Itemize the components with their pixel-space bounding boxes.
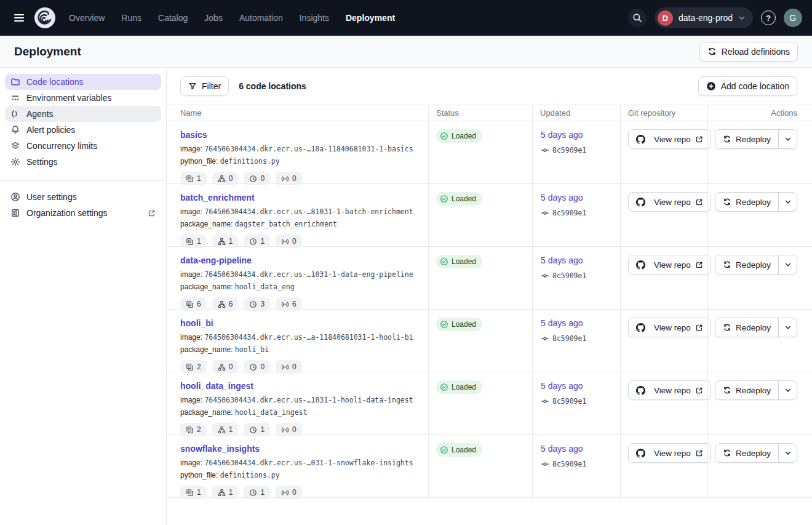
redeploy-dropdown-button[interactable]	[778, 193, 797, 211]
jobs-badge: 2	[180, 423, 207, 436]
check-circle-icon	[440, 320, 448, 329]
view-repo-button[interactable]: View repo	[628, 129, 711, 149]
view-repo-button[interactable]: View repo	[628, 318, 711, 337]
asset-graph-icon	[218, 300, 226, 308]
nav-deployment[interactable]: Deployment	[346, 13, 395, 23]
updated-link[interactable]: 5 days ago	[541, 130, 583, 140]
view-repo-button[interactable]: View repo	[628, 443, 711, 463]
redeploy-dropdown-button[interactable]	[778, 381, 797, 399]
code-location-link[interactable]: basics	[180, 130, 207, 140]
code-location-link[interactable]: hooli_data_ingest	[180, 381, 253, 391]
redeploy-button[interactable]: Redeploy	[715, 193, 778, 211]
asset-graph-badge: 1	[212, 486, 239, 499]
sidebar-item-alert-policies[interactable]: Alert policies	[5, 122, 161, 138]
menu-icon[interactable]	[9, 7, 30, 28]
filter-button[interactable]: Filter	[180, 76, 229, 96]
redeploy-button[interactable]: Redeploy	[715, 255, 778, 274]
redeploy-split-button: Redeploy	[715, 318, 797, 337]
view-repo-label: View repo	[654, 449, 691, 458]
code-location-link[interactable]: snowflake_insights	[180, 444, 260, 454]
schedules-badge: 0	[244, 172, 270, 185]
commit-icon	[541, 460, 549, 468]
reload-definitions-button[interactable]: Reload definitions	[699, 42, 798, 62]
updated-cell: 5 days ago 8c5909e1	[532, 184, 620, 248]
updated-link[interactable]: 5 days ago	[541, 381, 583, 391]
redeploy-dropdown-button[interactable]	[778, 255, 797, 274]
updated-link[interactable]: 5 days ago	[541, 444, 583, 454]
code-location-link[interactable]: data-eng-pipeline	[180, 255, 252, 265]
updated-link[interactable]: 5 days ago	[541, 255, 583, 265]
actions-cell: Redeploy	[707, 435, 811, 499]
code-location-link[interactable]: batch_enrichment	[180, 193, 255, 202]
sidebar-item-settings[interactable]: Settings	[5, 154, 161, 170]
redeploy-label: Redeploy	[736, 323, 771, 332]
chevron-down-icon	[784, 324, 792, 331]
jobs-icon	[186, 175, 194, 183]
updated-link[interactable]: 5 days ago	[541, 193, 583, 202]
add-code-location-button[interactable]: Add code location	[698, 76, 797, 96]
sidebar-item-organization-settings[interactable]: Organization settings	[5, 205, 161, 221]
sensor-icon	[281, 300, 289, 308]
gear-icon	[10, 157, 20, 167]
sidebar-item-user-settings[interactable]: User settings	[5, 189, 161, 205]
redeploy-split-button: Redeploy	[715, 129, 797, 149]
redeploy-button[interactable]: Redeploy	[715, 130, 778, 148]
status-badge: Loaded	[436, 380, 482, 394]
redeploy-button[interactable]: Redeploy	[715, 318, 778, 337]
actions-cell: Redeploy	[707, 247, 811, 311]
column-header-updated: Updated	[532, 105, 620, 121]
refresh-icon	[723, 386, 731, 395]
avatar[interactable]: G	[784, 9, 802, 27]
repo-cell: View repo	[620, 121, 707, 185]
check-circle-icon	[440, 257, 448, 266]
sidebar-item-agents[interactable]: Agents	[5, 106, 161, 122]
external-link-icon	[695, 387, 703, 395]
sidebar-item-code-locations[interactable]: Code locations	[5, 74, 161, 90]
image-line: image: 764506304434.dkr.ecr.us-…10a-1184…	[180, 143, 418, 154]
repo-cell: View repo	[620, 310, 707, 374]
chevron-down-icon	[784, 449, 792, 457]
asset-graph-icon	[218, 426, 226, 434]
sidebar-item-concurrency-limits[interactable]: Concurrency limits	[5, 138, 161, 154]
help-icon[interactable]: ?	[761, 10, 776, 25]
image-line: image: 764506304434.dkr.ecr.us-…1031-1-d…	[180, 269, 418, 280]
redeploy-button[interactable]: Redeploy	[715, 444, 778, 462]
updated-link[interactable]: 5 days ago	[541, 318, 583, 328]
schedules-badge: 1	[244, 234, 270, 248]
deployment-switcher[interactable]: D data-eng-prod	[655, 7, 753, 28]
status-cell: Loaded	[428, 247, 532, 311]
search-icon[interactable]	[628, 9, 647, 27]
reload-icon	[707, 47, 717, 56]
table-header: Name Status Updated Git repository Actio…	[167, 105, 812, 121]
redeploy-dropdown-button[interactable]	[778, 318, 797, 337]
count-badges: 2 1 1 0	[180, 423, 418, 436]
env-vars-icon	[10, 93, 20, 103]
commit-line: 8c5909e1	[541, 334, 620, 343]
view-repo-button[interactable]: View repo	[628, 192, 711, 212]
jobs-icon	[186, 300, 194, 308]
refresh-icon	[723, 260, 731, 269]
nav-insights[interactable]: Insights	[300, 13, 329, 23]
repo-cell: View repo	[620, 247, 707, 311]
redeploy-dropdown-button[interactable]	[778, 444, 797, 462]
nav-jobs[interactable]: Jobs	[204, 13, 223, 23]
status-badge: Loaded	[436, 443, 482, 457]
redeploy-button[interactable]: Redeploy	[715, 381, 778, 399]
nav-automation[interactable]: Automation	[239, 13, 283, 23]
meta-line: package_name: hooli_data_ingest	[180, 407, 418, 418]
name-cell: hooli_data_ingest image: 764506304434.dk…	[167, 372, 428, 436]
external-link-icon	[695, 449, 703, 457]
jobs-icon	[186, 363, 194, 371]
view-repo-button[interactable]: View repo	[628, 380, 711, 400]
nav-overview[interactable]: Overview	[69, 13, 105, 23]
status-badge: Loaded	[436, 192, 482, 206]
nav-runs[interactable]: Runs	[121, 13, 141, 23]
code-location-link[interactable]: hooli_bi	[180, 318, 213, 328]
view-repo-button[interactable]: View repo	[628, 255, 711, 275]
nav-catalog[interactable]: Catalog	[158, 13, 188, 23]
redeploy-dropdown-button[interactable]	[778, 130, 797, 148]
refresh-icon	[723, 449, 731, 457]
jobs-badge: 1	[180, 172, 207, 185]
commit-line: 8c5909e1	[541, 271, 620, 280]
sidebar-item-environment-variables[interactable]: Environment variables	[5, 90, 161, 106]
